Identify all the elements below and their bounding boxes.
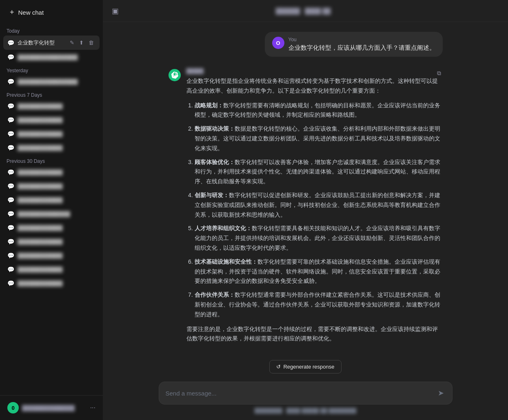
message-input[interactable] bbox=[166, 390, 432, 397]
sidebar: + New chat Today💬企业数字化转型✎⬆🗑💬████████████… bbox=[0, 0, 103, 420]
chat-list-item[interactable]: 💬████████████ bbox=[3, 263, 100, 276]
edit-button[interactable]: ✎ bbox=[68, 39, 76, 47]
chat-list-item[interactable]: 💬████████████ bbox=[3, 221, 100, 234]
chat-icon: 💬 bbox=[7, 197, 14, 203]
input-box: ➤ ████████ · ████ █████ ██ ████████ bbox=[159, 382, 453, 413]
chat-item-text: ██████████████ bbox=[18, 211, 95, 217]
assistant-point: 合作伙伴关系：数字化转型通常需要与外部合作伙伴建立紧密合作关系。这可以是技术供应… bbox=[195, 290, 443, 319]
chat-item-text: ████████████ bbox=[18, 131, 95, 137]
chat-item-text: ████████████ bbox=[18, 117, 95, 123]
assistant-intro: 企业数字化转型是指企业将传统业务和运营模式转变为基于数字技术和创新的方式。这种转… bbox=[186, 76, 443, 96]
chat-icon: 💬 bbox=[7, 224, 14, 231]
main-panel: ▣ ██████ · ████ ██ O You 企业数字化转型，应该从哪几方面… bbox=[103, 0, 508, 420]
chat-icon: 💬 bbox=[7, 252, 14, 259]
user-message: O You 企业数字化转型，应该从哪几方面入手？请重点阐述。 bbox=[169, 32, 443, 57]
assistant-avatar bbox=[169, 69, 181, 81]
assistant-point: 技术基础设施和安全性：数字化转型需要可靠的技术基础设施和信息安全措施。企业应该评… bbox=[195, 257, 443, 286]
copy-button[interactable]: ⧉ bbox=[435, 68, 443, 78]
section-label: Yesterday bbox=[3, 64, 100, 75]
assistant-point: 创新与研发：数字化转型可以促进创新和研发。企业应该鼓励员工提出新的创意和解决方案… bbox=[195, 191, 443, 220]
assistant-text: 企业数字化转型是指企业将传统业务和运营模式转变为基于数字技术和创新的方式。这种转… bbox=[186, 76, 443, 344]
input-footer: ████████ · ████ █████ ██ ████████ bbox=[159, 408, 453, 413]
user-row[interactable]: 0 ██████████████ ··· bbox=[3, 399, 100, 417]
topbar-title: ██████ · ████ ██ bbox=[276, 8, 331, 14]
sidebar-content: Today💬企业数字化转型✎⬆🗑💬████████████████Yesterd… bbox=[0, 25, 103, 395]
assistant-message: █████ 企业数字化转型是指企业将传统业务和运营模式转变为基于数字技术和创新的… bbox=[169, 68, 443, 349]
chat-icon: 💬 bbox=[7, 40, 14, 46]
regen-icon: ↺ bbox=[276, 364, 281, 370]
chat-list-item[interactable]: 💬████████████ bbox=[3, 180, 100, 193]
assistant-points-list: 战略规划：数字化转型需要有清晰的战略规划，包括明确的目标和愿景。企业应该评估当前… bbox=[186, 101, 443, 320]
chat-list-item[interactable]: 💬████████████████ bbox=[3, 75, 100, 88]
more-icon: ··· bbox=[90, 404, 95, 411]
chat-list-item[interactable]: 💬████████████ bbox=[3, 127, 100, 140]
assistant-conclusion: 需要注意的是，企业数字化转型是一个持续的过程，需要不断的调整和改进。企业应该持续… bbox=[186, 324, 443, 344]
chat-list-item[interactable]: 💬██████████████ bbox=[3, 207, 100, 220]
chat-item-text: ████████████ bbox=[18, 239, 95, 245]
plus-icon: + bbox=[10, 8, 14, 17]
input-inner: ➤ bbox=[159, 382, 453, 404]
chat-list-item[interactable]: 💬████████████ bbox=[3, 277, 100, 290]
chat-item-text: ████████████████ bbox=[18, 54, 95, 60]
chat-icon: 💬 bbox=[7, 169, 14, 176]
regen-label: Regenerate response bbox=[283, 364, 334, 370]
user-label: You bbox=[288, 37, 435, 42]
chat-icon: 💬 bbox=[7, 238, 14, 245]
chat-list-item[interactable]: 💬████████████ bbox=[3, 249, 100, 262]
chat-item-text: ████████████ bbox=[18, 103, 95, 109]
chat-list-item[interactable]: 💬████████████ bbox=[3, 235, 100, 248]
avatar: 0 bbox=[7, 402, 19, 413]
chat-icon: 💬 bbox=[7, 117, 14, 123]
chat-list-item[interactable]: 💬企业数字化转型✎⬆🗑 bbox=[3, 36, 100, 50]
section-label: Previous 7 Days bbox=[3, 89, 100, 100]
sidebar-bottom: 0 ██████████████ ··· bbox=[0, 395, 103, 420]
user-question: 企业数字化转型，应该从哪几方面入手？请重点阐述。 bbox=[288, 44, 435, 52]
chat-item-text: ████████████ bbox=[18, 253, 95, 259]
send-button[interactable]: ➤ bbox=[436, 387, 446, 399]
chat-icon: 💬 bbox=[7, 144, 14, 151]
sidebar-toggle-button[interactable]: ▣ bbox=[109, 4, 121, 18]
chat-list-item[interactable]: 💬████████████ bbox=[3, 166, 100, 179]
user-avatar: O bbox=[272, 37, 284, 49]
new-chat-button[interactable]: + New chat bbox=[3, 3, 100, 22]
chat-icon: 💬 bbox=[7, 280, 14, 287]
assistant-point: 数据驱动决策：数据是数字化转型的核心。企业应该收集、分析和利用内部和外部数据来做… bbox=[195, 124, 443, 153]
section-label: Today bbox=[3, 25, 100, 36]
assistant-point: 顾客体验优化：数字化转型可以改善客户体验，增加客户忠诚度和满意度。企业应该关注客… bbox=[195, 158, 443, 187]
chat-item-text: ████████████ bbox=[18, 197, 95, 203]
chat-item-text: 企业数字化转型 bbox=[18, 39, 68, 47]
assistant-point: 人才培养和组织文化：数字化转型需要具备相关技能和知识的人才。企业应该培养和吸引具… bbox=[195, 224, 443, 253]
new-chat-label: New chat bbox=[18, 9, 44, 16]
user-name: ██████████████ bbox=[22, 405, 87, 411]
chat-item-text: ████████████ bbox=[18, 267, 95, 273]
assistant-point: 战略规划：数字化转型需要有清晰的战略规划，包括明确的目标和愿景。企业应该评估当前… bbox=[195, 101, 443, 120]
chat-icon: 💬 bbox=[7, 131, 14, 137]
input-area: ➤ ████████ · ████ █████ ██ ████████ bbox=[103, 377, 508, 420]
chat-item-text: ████████████ bbox=[18, 225, 95, 231]
topbar: ▣ ██████ · ████ ██ bbox=[103, 0, 508, 22]
chat-icon: 💬 bbox=[7, 266, 14, 273]
chat-list-item[interactable]: 💬████████████ bbox=[3, 100, 100, 113]
chat-item-text: ████████████ bbox=[18, 169, 95, 176]
chat-item-text: ████████████ bbox=[18, 280, 95, 287]
regenerate-button[interactable]: ↺ Regenerate response bbox=[269, 360, 341, 373]
chat-icon: 💬 bbox=[7, 54, 14, 60]
chat-icon: 💬 bbox=[7, 103, 14, 109]
share-button[interactable]: ⬆ bbox=[78, 39, 85, 47]
chat-item-text: ████████████████ bbox=[18, 79, 95, 85]
delete-button[interactable]: 🗑 bbox=[87, 39, 95, 47]
chat-list-item[interactable]: 💬████████████ bbox=[3, 141, 100, 154]
chat-item-text: ████████████ bbox=[18, 183, 95, 189]
chat-area: O You 企业数字化转型，应该从哪几方面入手？请重点阐述。 █████ bbox=[103, 22, 508, 377]
message-container: O You 企业数字化转型，应该从哪几方面入手？请重点阐述。 █████ bbox=[159, 32, 453, 373]
chat-item-text: ████████████ bbox=[18, 145, 95, 151]
chat-list-item[interactable]: 💬████████████ bbox=[3, 113, 100, 127]
chat-list-item[interactable]: 💬████████████ bbox=[3, 193, 100, 207]
assistant-name: █████ bbox=[186, 68, 443, 74]
chat-icon: 💬 bbox=[7, 211, 14, 217]
regen-row: ↺ Regenerate response bbox=[169, 360, 443, 373]
chat-list-item[interactable]: 💬████████████████ bbox=[3, 51, 100, 64]
chat-icon: 💬 bbox=[7, 78, 14, 85]
chat-icon: 💬 bbox=[7, 183, 14, 189]
section-label: Previous 30 Days bbox=[3, 155, 100, 166]
